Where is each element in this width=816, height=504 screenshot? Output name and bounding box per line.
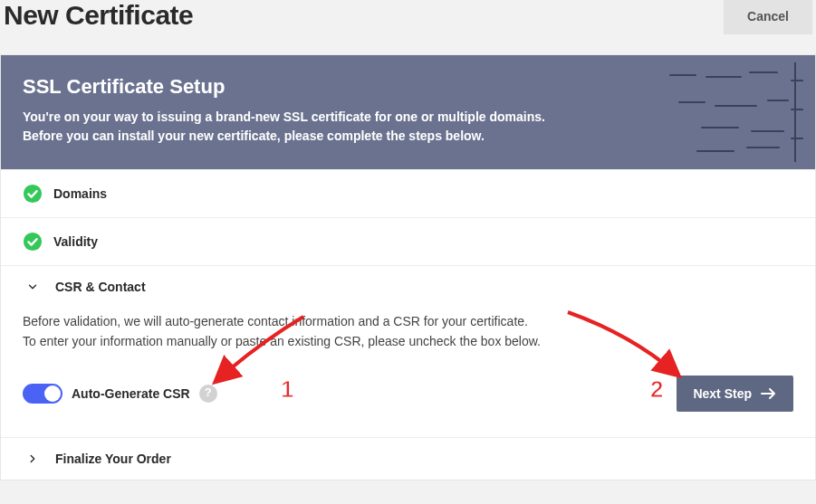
- svg-point-14: [24, 185, 42, 203]
- help-icon[interactable]: ?: [199, 385, 217, 403]
- next-step-label: Next Step: [693, 386, 752, 401]
- check-circle-icon: [23, 232, 43, 252]
- chevron-right-icon: [26, 452, 39, 465]
- setup-desc-2: Before you can install your new certific…: [23, 127, 793, 146]
- step-domains[interactable]: Domains: [1, 169, 815, 217]
- step-finalize[interactable]: Finalize Your Order: [1, 437, 815, 480]
- page-title: New Certificate: [4, 0, 193, 31]
- next-step-button[interactable]: Next Step: [677, 376, 793, 412]
- step-validity-label: Validity: [53, 234, 98, 249]
- setup-desc-1: You're on your way to issuing a brand-ne…: [23, 108, 793, 127]
- csr-panel: Before validation, we will auto-generate…: [1, 308, 815, 437]
- setup-banner: SSL Certificate Setup You're on your way…: [1, 55, 815, 169]
- step-csr-label: CSR & Contact: [55, 280, 146, 294]
- auto-generate-csr-label: Auto-Generate CSR: [72, 384, 190, 404]
- svg-point-15: [24, 233, 42, 251]
- step-finalize-label: Finalize Your Order: [55, 452, 171, 466]
- step-domains-label: Domains: [53, 186, 107, 201]
- auto-generate-csr-toggle[interactable]: [23, 384, 62, 404]
- check-circle-icon: [23, 184, 43, 204]
- csr-desc-2: To enter your information manually or pa…: [23, 331, 793, 351]
- setup-heading: SSL Certificate Setup: [23, 75, 793, 99]
- step-csr[interactable]: CSR & Contact: [1, 265, 815, 308]
- arrow-right-icon: [761, 387, 777, 400]
- cancel-button[interactable]: Cancel: [724, 0, 812, 34]
- chevron-down-icon: [26, 281, 39, 293]
- step-validity[interactable]: Validity: [1, 217, 815, 265]
- csr-desc-1: Before validation, we will auto-generate…: [23, 311, 793, 331]
